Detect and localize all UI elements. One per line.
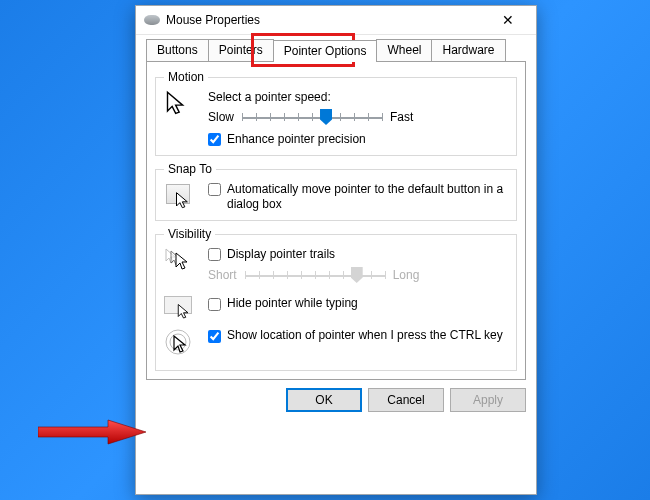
tab-pointer-options[interactable]: Pointer Options <box>273 40 378 62</box>
tab-wheel[interactable]: Wheel <box>376 39 432 61</box>
locate-pointer-icon <box>164 328 198 358</box>
motion-legend: Motion <box>164 70 208 84</box>
tab-panel: Motion Select a pointer speed: Slow Fast <box>146 62 526 380</box>
tab-buttons[interactable]: Buttons <box>146 39 209 61</box>
ok-button[interactable]: OK <box>286 388 362 412</box>
snapto-label: Automatically move pointer to the defaul… <box>227 182 508 212</box>
pointer-speed-icon <box>164 90 198 124</box>
dialog-content: Buttons Pointers Pointer Options Wheel H… <box>136 35 536 380</box>
window-title: Mouse Properties <box>166 13 488 27</box>
pointer-trails-icon <box>164 247 198 275</box>
motion-group: Motion Select a pointer speed: Slow Fast <box>155 70 517 156</box>
tab-pointers[interactable]: Pointers <box>208 39 274 61</box>
titlebar[interactable]: Mouse Properties ✕ <box>136 6 536 35</box>
snapto-checkbox[interactable]: Automatically move pointer to the defaul… <box>208 182 508 212</box>
visibility-group: Visibility Display pointer trails <box>155 227 517 371</box>
apply-button: Apply <box>450 388 526 412</box>
show-location-label: Show location of pointer when I press th… <box>227 328 503 343</box>
snapto-group: Snap To Automatically move pointer to th… <box>155 162 517 221</box>
pointer-trails-label: Display pointer trails <box>227 247 335 262</box>
dialog-buttons: OK Cancel Apply <box>136 380 536 422</box>
enhance-precision-label: Enhance pointer precision <box>227 132 366 147</box>
tab-strip: Buttons Pointers Pointer Options Wheel H… <box>146 39 526 62</box>
long-label: Long <box>393 268 420 282</box>
snapto-legend: Snap To <box>164 162 216 176</box>
close-button[interactable]: ✕ <box>488 9 528 31</box>
pointer-trails-slider: Short Long <box>208 266 508 284</box>
visibility-legend: Visibility <box>164 227 215 241</box>
mouse-icon <box>144 15 160 25</box>
hide-pointer-checkbox[interactable]: Hide pointer while typing <box>208 296 508 311</box>
annotation-arrow <box>38 418 148 448</box>
hide-pointer-label: Hide pointer while typing <box>227 296 358 311</box>
mouse-properties-dialog: Mouse Properties ✕ Buttons Pointers Poin… <box>135 5 537 495</box>
show-location-checkbox[interactable]: Show location of pointer when I press th… <box>208 328 508 343</box>
snapto-icon <box>164 182 198 212</box>
tab-hardware[interactable]: Hardware <box>431 39 505 61</box>
enhance-precision-checkbox[interactable]: Enhance pointer precision <box>208 132 508 147</box>
short-label: Short <box>208 268 237 282</box>
fast-label: Fast <box>390 110 413 124</box>
svg-marker-2 <box>38 420 146 444</box>
pointer-trails-checkbox[interactable]: Display pointer trails <box>208 247 508 262</box>
pointer-speed-label: Select a pointer speed: <box>208 90 508 104</box>
cancel-button[interactable]: Cancel <box>368 388 444 412</box>
pointer-speed-slider[interactable]: Slow Fast <box>208 108 508 126</box>
slow-label: Slow <box>208 110 234 124</box>
hide-pointer-icon <box>164 296 198 322</box>
